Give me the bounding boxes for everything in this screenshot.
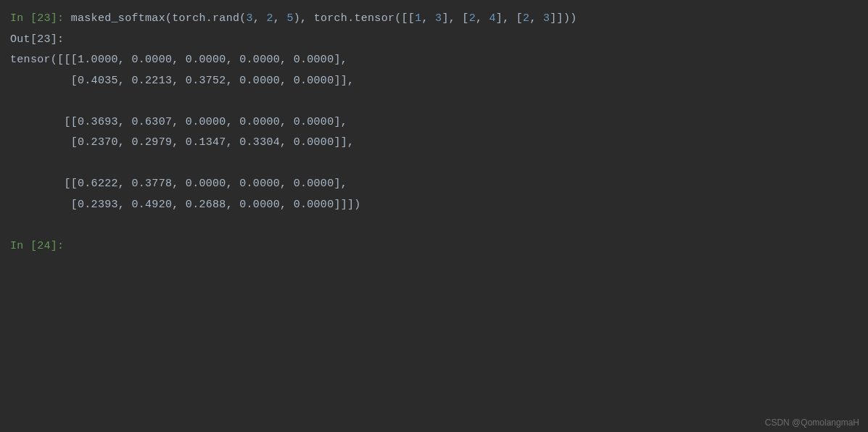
watermark-text: CSDN @QomolangmaH bbox=[765, 418, 859, 428]
ipython-console[interactable]: In [23]: masked_softmax(torch.rand(3, 2,… bbox=[0, 0, 868, 265]
output-line: [[0.3693, 0.6307, 0.0000, 0.0000, 0.0000… bbox=[10, 112, 858, 133]
output-blank bbox=[10, 215, 858, 236]
input-cell-23[interactable]: In [23]: masked_softmax(torch.rand(3, 2,… bbox=[10, 9, 858, 30]
output-line: [0.2393, 0.4920, 0.2688, 0.0000, 0.0000]… bbox=[10, 195, 858, 216]
output-blank bbox=[10, 154, 858, 175]
in-prompt: In [23]: bbox=[10, 12, 71, 25]
function-name: masked_softmax bbox=[71, 12, 165, 25]
output-line: [0.2370, 0.2979, 0.1347, 0.3304, 0.0000]… bbox=[10, 133, 858, 154]
out-prompt: Out[23]: bbox=[10, 30, 858, 51]
output-line: tensor([[[1.0000, 0.0000, 0.0000, 0.0000… bbox=[10, 50, 858, 71]
output-line: [0.4035, 0.2213, 0.3752, 0.0000, 0.0000]… bbox=[10, 71, 858, 92]
input-cell-24[interactable]: In [24]: bbox=[10, 236, 858, 257]
in-prompt: In [24]: bbox=[10, 240, 71, 252]
output-line: [[0.6222, 0.3778, 0.0000, 0.0000, 0.0000… bbox=[10, 174, 858, 195]
output-blank bbox=[10, 91, 858, 112]
